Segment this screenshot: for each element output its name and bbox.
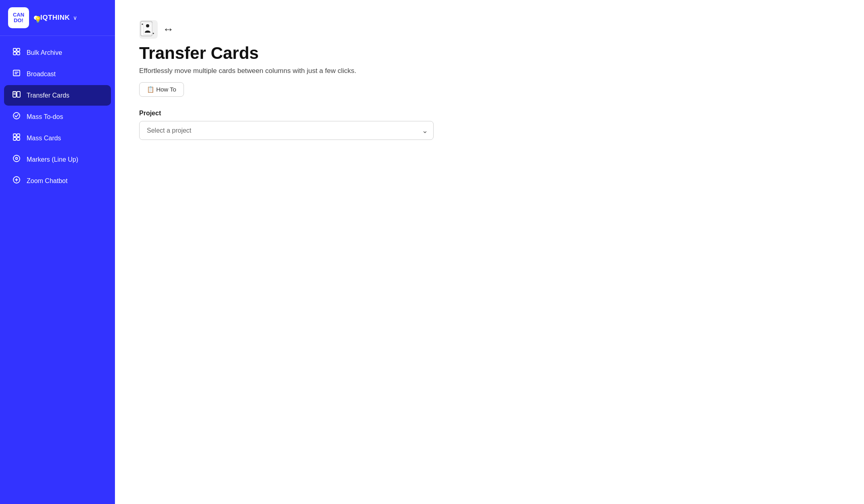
page-card-icon: ♠ ♠	[139, 20, 158, 39]
mass-todos-icon	[12, 112, 21, 122]
svg-rect-14	[13, 137, 16, 140]
project-select-wrapper: Select a project ⌄	[139, 121, 434, 140]
sidebar-item-markers[interactable]: Markers (Line Up)	[4, 149, 111, 170]
transfer-arrow-icon: ↔	[163, 23, 174, 36]
svg-text:♠: ♠	[152, 32, 154, 35]
zoom-chatbot-icon	[12, 176, 21, 186]
svg-text:♠: ♠	[142, 23, 143, 25]
svg-rect-1	[17, 48, 20, 51]
page-header: ♠ ♠ ↔ Transfer Cards Effortlessly move m…	[139, 20, 840, 97]
sidebar-nav: Bulk Archive Broadcast	[0, 36, 115, 198]
org-selector[interactable]: 💡 IQTHINK ∨	[34, 14, 77, 22]
svg-rect-2	[13, 52, 16, 55]
mass-todos-label: Mass To-dos	[27, 113, 63, 121]
svg-rect-4	[13, 70, 20, 76]
svg-rect-8	[17, 92, 20, 97]
org-name: IQTHINK	[40, 14, 70, 22]
transfer-cards-icon	[12, 90, 21, 100]
project-label: Project	[139, 110, 840, 117]
svg-point-11	[13, 112, 20, 119]
mass-cards-label: Mass Cards	[27, 135, 61, 142]
markers-label: Markers (Line Up)	[27, 156, 78, 163]
page-icon-row: ♠ ♠ ↔	[139, 20, 840, 39]
sidebar-item-mass-cards[interactable]: Mass Cards	[4, 128, 111, 148]
svg-point-16	[13, 155, 20, 162]
zoom-chatbot-label: Zoom Chatbot	[27, 177, 67, 185]
markers-icon	[12, 154, 21, 165]
svg-rect-12	[13, 134, 16, 137]
sidebar: CANDO! 💡 IQTHINK ∨ Bulk Archive	[0, 0, 115, 504]
sidebar-item-zoom-chatbot[interactable]: Zoom Chatbot	[4, 171, 111, 191]
sidebar-item-broadcast[interactable]: Broadcast	[4, 64, 111, 84]
bulk-archive-label: Bulk Archive	[27, 49, 62, 56]
sidebar-item-bulk-archive[interactable]: Bulk Archive	[4, 42, 111, 63]
page-subtitle: Effortlessly move multiple cards between…	[139, 67, 840, 75]
how-to-button-label: 📋 How To	[147, 86, 176, 93]
svg-point-23	[146, 24, 149, 27]
how-to-button[interactable]: 📋 How To	[139, 82, 184, 97]
svg-rect-15	[17, 137, 20, 140]
broadcast-label: Broadcast	[27, 71, 56, 78]
main-content: ♠ ♠ ↔ Transfer Cards Effortlessly move m…	[115, 0, 864, 504]
svg-rect-0	[13, 48, 16, 51]
svg-point-17	[16, 158, 18, 160]
bulk-archive-icon	[12, 48, 21, 58]
sidebar-item-transfer-cards[interactable]: Transfer Cards	[4, 85, 111, 106]
project-section: Project Select a project ⌄	[139, 110, 840, 140]
sidebar-item-mass-todos[interactable]: Mass To-dos	[4, 106, 111, 127]
mass-cards-icon	[12, 133, 21, 143]
app-logo: CANDO!	[8, 7, 29, 28]
transfer-cards-label: Transfer Cards	[27, 92, 69, 99]
sidebar-header: CANDO! 💡 IQTHINK ∨	[0, 0, 115, 36]
project-select[interactable]: Select a project	[139, 121, 434, 140]
svg-rect-13	[17, 134, 20, 137]
org-chevron-icon: ∨	[73, 15, 77, 21]
org-indicator-dot: 💡	[34, 16, 38, 20]
page-title: Transfer Cards	[139, 44, 840, 63]
broadcast-icon	[12, 69, 21, 79]
svg-rect-3	[17, 52, 20, 55]
